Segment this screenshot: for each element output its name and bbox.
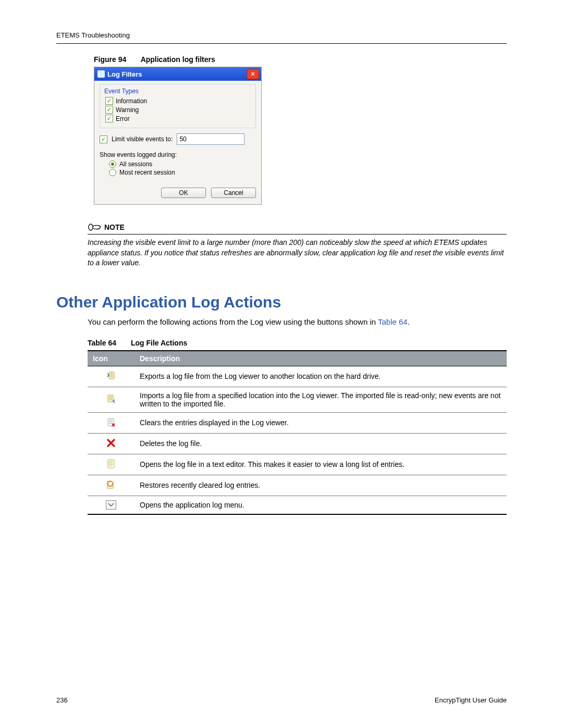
table-cell-desc: Exports a log file from the Log viewer t…	[134, 366, 507, 387]
svg-point-0	[89, 224, 93, 230]
clear-log-icon	[106, 417, 116, 427]
delete-log-icon	[106, 438, 116, 448]
import-log-icon	[106, 393, 116, 404]
table-row: Clears the entries displayed in the Log …	[88, 412, 507, 433]
checkbox-error[interactable]: ✓	[105, 115, 113, 122]
col-header-description: Description	[134, 351, 507, 366]
checkbox-information[interactable]: ✓	[105, 97, 113, 105]
note-text: Increasing the visible event limit to a …	[88, 238, 507, 268]
table-caption: Table 64 Log File Actions	[88, 339, 507, 347]
table-cell-desc: Deletes the log file.	[134, 433, 507, 454]
export-log-icon	[106, 371, 116, 381]
ok-button[interactable]: OK	[161, 188, 206, 198]
doc-title: EncrypTight User Guide	[435, 696, 507, 704]
col-header-icon: Icon	[88, 351, 134, 366]
radio-recent-session-label: Most recent session	[119, 169, 175, 176]
table-cell-desc: Opens the log file in a text editor. Thi…	[134, 454, 507, 475]
cancel-button[interactable]: Cancel	[211, 188, 256, 198]
figure-title: Application log filters	[141, 55, 215, 64]
body-paragraph: You can perform the following actions fr…	[88, 316, 507, 327]
log-actions-table: Icon Description Exports a log file from…	[88, 350, 507, 515]
menu-dropdown-icon	[106, 500, 116, 510]
table-row: Imports a log file from a specified loca…	[88, 387, 507, 412]
checkbox-information-label: Information	[116, 97, 147, 105]
group-title: Event Types	[104, 88, 251, 95]
open-text-editor-icon	[106, 459, 116, 469]
checkbox-limit[interactable]: ✓	[100, 135, 107, 143]
restore-log-icon	[106, 479, 116, 490]
dialog-title-icon	[97, 70, 105, 78]
note-heading: NOTE	[104, 223, 125, 231]
show-events-label: Show events logged during:	[100, 151, 256, 158]
page-footer: 236 EncrypTight User Guide	[56, 696, 507, 704]
table-cell-desc: Imports a log file from a specified loca…	[134, 387, 507, 412]
event-types-group: Event Types ✓ Information ✓ Warning ✓ Er…	[100, 84, 256, 128]
body-text-prefix: You can perform the following actions fr…	[88, 317, 378, 326]
table-row: Exports a log file from the Log viewer t…	[88, 366, 507, 387]
checkbox-warning-label: Warning	[116, 106, 139, 114]
table-cell-desc: Clears the entries displayed in the Log …	[134, 412, 507, 433]
table-row: Restores recently cleared log entries.	[88, 475, 507, 496]
note-block: NOTE Increasing the visible event limit …	[88, 223, 507, 268]
svg-rect-13	[108, 460, 114, 468]
page-header: ETEMS Troubleshooting	[56, 31, 507, 44]
checkbox-error-label: Error	[116, 115, 130, 122]
radio-all-sessions-label: All sessions	[119, 161, 152, 168]
radio-recent-session[interactable]	[109, 169, 116, 176]
limit-input[interactable]	[177, 133, 244, 145]
log-filters-dialog: Log Filters × Event Types ✓ Information …	[94, 67, 262, 205]
checkbox-warning[interactable]: ✓	[105, 106, 113, 114]
radio-all-sessions[interactable]	[109, 161, 116, 168]
table-link[interactable]: Table 64	[378, 317, 408, 326]
dialog-titlebar: Log Filters ×	[94, 67, 261, 81]
table-number: Table 64	[88, 339, 116, 347]
dialog-title: Log Filters	[107, 70, 247, 78]
section-title: Other Application Log Actions	[56, 293, 507, 311]
table-row: Opens the log file in a text editor. Thi…	[88, 454, 507, 475]
figure-number: Figure 94	[94, 55, 126, 64]
limit-label: Limit visible events to:	[112, 135, 173, 143]
table-cell-desc: Opens the application log menu.	[134, 496, 507, 514]
table-row: Deletes the log file.	[88, 433, 507, 454]
table-row: Opens the application log menu.	[88, 496, 507, 514]
table-title: Log File Actions	[131, 339, 187, 347]
note-hand-icon	[88, 223, 101, 232]
body-text-suffix: .	[408, 317, 410, 326]
table-cell-desc: Restores recently cleared log entries.	[134, 475, 507, 496]
close-button[interactable]: ×	[247, 69, 259, 79]
page-number: 236	[56, 696, 68, 704]
figure-caption: Figure 94 Application log filters	[94, 55, 507, 64]
